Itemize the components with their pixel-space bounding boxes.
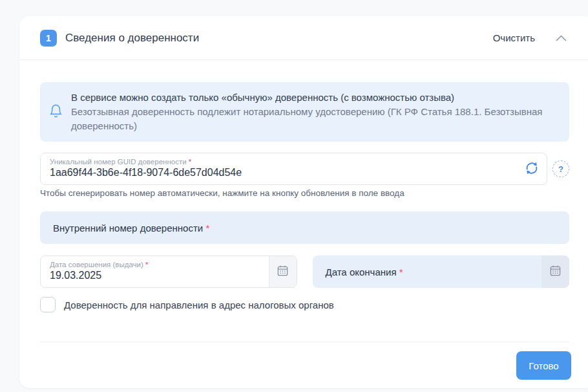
collapse-section-button[interactable] [553,30,569,47]
tax-authority-checkbox[interactable] [40,297,56,312]
end-date-input[interactable]: Дата окончания * [313,256,542,288]
banner-text: В сервисе можно создать только «обычную»… [71,91,559,133]
guid-input-value: 1aa69f44-3b6e-4f18-9074-6de57d04d54e [50,167,518,179]
required-asterisk: * [145,261,148,268]
tax-authority-checkbox-label[interactable]: Доверенность для направления в адрес нал… [64,299,334,310]
refresh-icon [524,160,540,178]
calendar-icon [549,265,562,279]
required-asterisk: * [399,267,403,278]
bell-icon [48,103,63,122]
step-number-badge: 1 [40,30,57,47]
guid-helper-text: Чтобы сгенерировать номер автоматически,… [40,188,569,200]
page-title: Сведения о доверенности [65,32,199,45]
calendar-icon [277,265,289,279]
section-header: 1 Сведения о доверенности Очистить [19,16,588,60]
guid-row: Уникальный номер GUID доверенности * 1aa… [40,153,569,185]
info-banner: В сервисе можно создать только «обычную»… [40,82,569,142]
required-asterisk: * [205,223,209,234]
permit-details-card: 1 Сведения о доверенности Очистить В сер… [19,16,588,388]
question-icon: ? [558,164,563,174]
tax-authority-checkbox-row: Доверенность для направления в адрес нал… [40,297,569,312]
required-asterisk: * [189,158,191,166]
regenerate-guid-button[interactable] [523,160,540,177]
end-date-label: Дата окончания * [326,267,403,278]
banner-primary-text: В сервисе можно создать только «обычную»… [71,91,559,105]
end-date-field: Дата окончания * [313,256,570,288]
banner-secondary-text: Безотзывная доверенность подлежит нотари… [71,105,559,133]
clear-form-button[interactable]: Очистить [493,32,535,43]
issue-date-field: Дата совершения (выдачи) * 19.03.2025 [40,256,297,288]
internal-number-label: Внутренний номер доверенности * [53,223,209,234]
issue-date-label: Дата совершения (выдачи) * [50,261,260,268]
issue-date-calendar-button[interactable] [269,256,297,287]
internal-number-input[interactable]: Внутренний номер доверенности * [40,212,569,244]
chevron-up-icon [556,32,567,44]
card-footer: Готово [19,342,588,389]
done-button[interactable]: Готово [516,351,571,380]
guid-input[interactable]: Уникальный номер GUID доверенности * 1aa… [40,153,547,185]
end-date-calendar-button[interactable] [541,256,569,288]
issue-date-input[interactable]: Дата совершения (выдачи) * 19.03.2025 [41,256,269,287]
section-body: В сервисе можно создать только «обычную»… [19,60,588,342]
dates-row: Дата совершения (выдачи) * 19.03.2025 [40,256,569,288]
help-button[interactable]: ? [552,160,569,177]
issue-date-value: 19.03.2025 [50,270,260,281]
guid-input-label: Уникальный номер GUID доверенности * [50,158,518,166]
